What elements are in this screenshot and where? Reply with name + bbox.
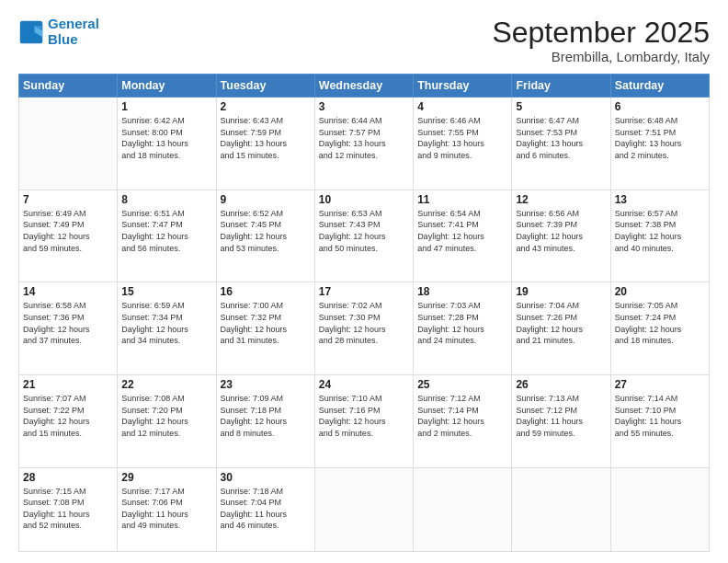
calendar-cell: 29Sunrise: 7:17 AMSunset: 7:06 PMDayligh… [118, 467, 216, 552]
calendar-cell: 8Sunrise: 6:51 AMSunset: 7:47 PMDaylight… [118, 190, 216, 282]
day-number: 18 [417, 285, 507, 298]
calendar-cell: 17Sunrise: 7:02 AMSunset: 7:30 PMDayligh… [314, 282, 413, 375]
calendar-cell: 2Sunrise: 6:43 AMSunset: 7:59 PMDaylight… [216, 98, 314, 190]
page: General Blue September 2025 Brembilla, L… [0, 0, 728, 563]
day-info: Sunrise: 6:52 AMSunset: 7:45 PMDaylight:… [221, 208, 311, 254]
day-info: Sunrise: 6:58 AMSunset: 7:36 PMDaylight:… [23, 300, 113, 346]
day-info: Sunrise: 6:42 AMSunset: 8:00 PMDaylight:… [121, 115, 211, 161]
logo-blue: Blue [48, 32, 99, 48]
day-number: 27 [615, 378, 705, 391]
calendar-cell: 7Sunrise: 6:49 AMSunset: 7:49 PMDaylight… [19, 190, 118, 282]
day-info: Sunrise: 7:13 AMSunset: 7:12 PMDaylight:… [516, 393, 606, 439]
location: Brembilla, Lombardy, Italy [492, 49, 710, 64]
calendar-cell: 24Sunrise: 7:10 AMSunset: 7:16 PMDayligh… [314, 374, 413, 467]
day-info: Sunrise: 6:44 AMSunset: 7:57 PMDaylight:… [319, 115, 409, 161]
day-info: Sunrise: 7:08 AMSunset: 7:20 PMDaylight:… [121, 393, 211, 439]
day-number: 21 [23, 378, 113, 391]
calendar-cell: 18Sunrise: 7:03 AMSunset: 7:28 PMDayligh… [414, 282, 512, 375]
day-info: Sunrise: 7:07 AMSunset: 7:22 PMDaylight:… [23, 393, 113, 439]
calendar-week-2: 7Sunrise: 6:49 AMSunset: 7:49 PMDaylight… [19, 190, 710, 282]
calendar-cell: 22Sunrise: 7:08 AMSunset: 7:20 PMDayligh… [118, 374, 216, 467]
calendar-cell: 27Sunrise: 7:14 AMSunset: 7:10 PMDayligh… [610, 374, 709, 467]
calendar-cell [314, 467, 413, 552]
day-number: 28 [23, 471, 113, 484]
calendar-cell [414, 467, 512, 552]
day-info: Sunrise: 6:47 AMSunset: 7:53 PMDaylight:… [516, 115, 606, 161]
weekday-header-friday: Friday [512, 75, 610, 98]
calendar-cell: 30Sunrise: 7:18 AMSunset: 7:04 PMDayligh… [216, 467, 314, 552]
weekday-header-thursday: Thursday [414, 75, 512, 98]
calendar-week-4: 21Sunrise: 7:07 AMSunset: 7:22 PMDayligh… [19, 374, 710, 467]
day-number: 22 [121, 378, 211, 391]
title-block: September 2025 Brembilla, Lombardy, Ital… [492, 17, 710, 64]
calendar-cell: 25Sunrise: 7:12 AMSunset: 7:14 PMDayligh… [414, 374, 512, 467]
calendar-cell: 4Sunrise: 6:46 AMSunset: 7:55 PMDaylight… [414, 98, 512, 190]
day-number: 1 [121, 100, 211, 113]
logo-icon [18, 19, 44, 45]
calendar-cell [512, 467, 610, 552]
day-info: Sunrise: 6:57 AMSunset: 7:38 PMDaylight:… [615, 208, 705, 254]
day-number: 14 [23, 285, 113, 298]
day-info: Sunrise: 7:17 AMSunset: 7:06 PMDaylight:… [121, 486, 211, 532]
calendar-cell [610, 467, 709, 552]
day-number: 4 [417, 100, 507, 113]
weekday-header-saturday: Saturday [610, 75, 709, 98]
day-info: Sunrise: 7:18 AMSunset: 7:04 PMDaylight:… [221, 486, 311, 532]
day-number: 26 [516, 378, 606, 391]
weekday-header-sunday: Sunday [19, 75, 118, 98]
day-info: Sunrise: 6:56 AMSunset: 7:39 PMDaylight:… [516, 208, 606, 254]
calendar-cell: 26Sunrise: 7:13 AMSunset: 7:12 PMDayligh… [512, 374, 610, 467]
day-number: 3 [319, 100, 409, 113]
day-info: Sunrise: 6:46 AMSunset: 7:55 PMDaylight:… [417, 115, 507, 161]
day-info: Sunrise: 6:54 AMSunset: 7:41 PMDaylight:… [417, 208, 507, 254]
logo-text: General Blue [48, 17, 99, 47]
weekday-header-monday: Monday [118, 75, 216, 98]
logo-general: General [48, 16, 99, 31]
day-number: 17 [319, 285, 409, 298]
day-info: Sunrise: 7:10 AMSunset: 7:16 PMDaylight:… [319, 393, 409, 439]
weekday-header-wednesday: Wednesday [314, 75, 413, 98]
day-number: 7 [23, 193, 113, 206]
calendar-cell: 23Sunrise: 7:09 AMSunset: 7:18 PMDayligh… [216, 374, 314, 467]
day-number: 19 [516, 285, 606, 298]
calendar-cell: 5Sunrise: 6:47 AMSunset: 7:53 PMDaylight… [512, 98, 610, 190]
day-number: 12 [516, 193, 606, 206]
day-number: 25 [417, 378, 507, 391]
day-info: Sunrise: 7:15 AMSunset: 7:08 PMDaylight:… [23, 486, 113, 532]
day-number: 2 [221, 100, 311, 113]
day-number: 13 [615, 193, 705, 206]
day-number: 11 [417, 193, 507, 206]
calendar-cell: 13Sunrise: 6:57 AMSunset: 7:38 PMDayligh… [610, 190, 709, 282]
calendar-cell: 15Sunrise: 6:59 AMSunset: 7:34 PMDayligh… [118, 282, 216, 375]
day-info: Sunrise: 7:00 AMSunset: 7:32 PMDaylight:… [221, 300, 311, 346]
day-number: 23 [221, 378, 311, 391]
day-info: Sunrise: 6:49 AMSunset: 7:49 PMDaylight:… [23, 208, 113, 254]
day-info: Sunrise: 6:59 AMSunset: 7:34 PMDaylight:… [121, 300, 211, 346]
day-info: Sunrise: 6:51 AMSunset: 7:47 PMDaylight:… [121, 208, 211, 254]
day-info: Sunrise: 7:09 AMSunset: 7:18 PMDaylight:… [221, 393, 311, 439]
calendar-cell [19, 98, 118, 190]
day-info: Sunrise: 7:03 AMSunset: 7:28 PMDaylight:… [417, 300, 507, 346]
day-info: Sunrise: 6:53 AMSunset: 7:43 PMDaylight:… [319, 208, 409, 254]
calendar-week-1: 1Sunrise: 6:42 AMSunset: 8:00 PMDaylight… [19, 98, 710, 190]
calendar-cell: 9Sunrise: 6:52 AMSunset: 7:45 PMDaylight… [216, 190, 314, 282]
calendar-cell: 6Sunrise: 6:48 AMSunset: 7:51 PMDaylight… [610, 98, 709, 190]
day-number: 16 [221, 285, 311, 298]
day-info: Sunrise: 6:43 AMSunset: 7:59 PMDaylight:… [221, 115, 311, 161]
calendar-cell: 1Sunrise: 6:42 AMSunset: 8:00 PMDaylight… [118, 98, 216, 190]
day-number: 10 [319, 193, 409, 206]
calendar-cell: 3Sunrise: 6:44 AMSunset: 7:57 PMDaylight… [314, 98, 413, 190]
calendar-table: SundayMondayTuesdayWednesdayThursdayFrid… [18, 74, 710, 552]
day-info: Sunrise: 7:02 AMSunset: 7:30 PMDaylight:… [319, 300, 409, 346]
header: General Blue September 2025 Brembilla, L… [18, 17, 710, 64]
calendar-cell: 20Sunrise: 7:05 AMSunset: 7:24 PMDayligh… [610, 282, 709, 375]
day-number: 6 [615, 100, 705, 113]
day-number: 8 [121, 193, 211, 206]
day-number: 20 [615, 285, 705, 298]
weekday-header-tuesday: Tuesday [216, 75, 314, 98]
calendar-cell: 12Sunrise: 6:56 AMSunset: 7:39 PMDayligh… [512, 190, 610, 282]
day-info: Sunrise: 7:14 AMSunset: 7:10 PMDaylight:… [615, 393, 705, 439]
day-number: 30 [221, 471, 311, 484]
day-number: 15 [121, 285, 211, 298]
calendar-header-row: SundayMondayTuesdayWednesdayThursdayFrid… [19, 75, 710, 98]
